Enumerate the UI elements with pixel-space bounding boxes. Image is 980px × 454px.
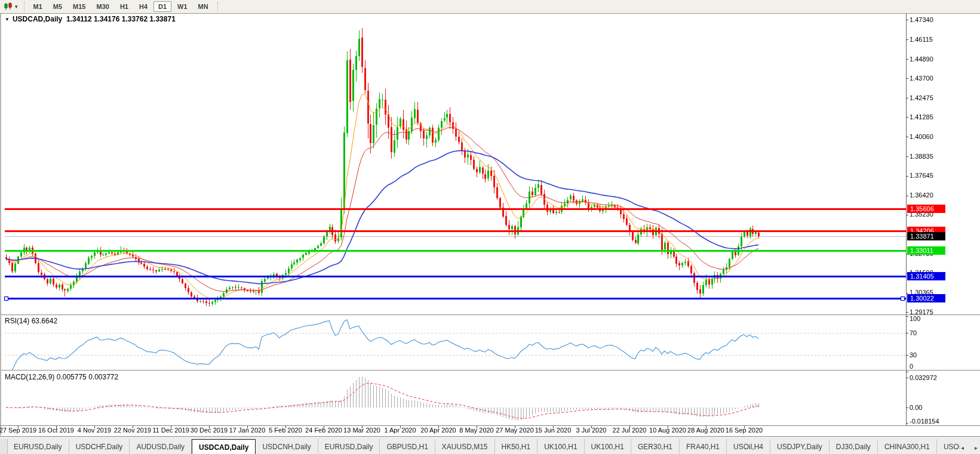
candlestick-chart-icon bbox=[4, 2, 13, 11]
chart-tab-eurusd-daily[interactable]: EURUSD,Daily bbox=[318, 439, 380, 454]
macd-name: MACD(12,26,9) bbox=[5, 373, 54, 381]
chart-tab-china300-h1[interactable]: CHINA300,H1 bbox=[878, 439, 937, 454]
price-chart-canvas[interactable] bbox=[0, 0, 980, 454]
chart-tab-usdcnh-daily[interactable]: USDCNH,Daily bbox=[256, 439, 318, 454]
chart-tabs: EURUSD,DailyUSDCHF,DailyAUDUSD,DailyUSDC… bbox=[7, 439, 960, 454]
timeframe-button-H4[interactable]: H4 bbox=[134, 1, 152, 12]
timeframe-toolbar: ▾ M1M5M15M30H1H4D1W1MN bbox=[0, 0, 980, 14]
chart-tab-eurusd-daily[interactable]: EURUSD,Daily bbox=[7, 439, 69, 454]
chevron-down-icon[interactable]: ▾ bbox=[15, 4, 18, 10]
toolbar-separator bbox=[24, 2, 24, 11]
collapse-triangle-icon[interactable]: ▼ bbox=[5, 17, 10, 22]
chart-tab-fra40-h1[interactable]: FRA40,H1 bbox=[680, 439, 727, 454]
chart-tab-gbpusd-h1[interactable]: GBPUSD,H1 bbox=[380, 439, 435, 454]
tab-scroll-right-icon[interactable]: ▸ bbox=[975, 444, 978, 451]
terminal-window: ▾ M1M5M15M30H1H4D1W1MN ▼USDCAD,Daily 1.3… bbox=[0, 0, 980, 454]
rsi-value: 63.6642 bbox=[32, 317, 57, 325]
toolbar-separator bbox=[217, 2, 218, 11]
timeframe-button-MN[interactable]: MN bbox=[193, 1, 213, 12]
tab-scroll-left-icon[interactable]: ◂ bbox=[961, 444, 964, 451]
chart-tab-usoil-h4[interactable]: USOil,H4 bbox=[727, 439, 770, 454]
rsi-name: RSI(14) bbox=[5, 317, 29, 325]
timeframe-button-H1[interactable]: H1 bbox=[115, 1, 133, 12]
chart-symbol-label: USDCAD,Daily bbox=[13, 15, 62, 23]
chart-tab-usdchf-daily[interactable]: USDCHF,Daily bbox=[69, 439, 130, 454]
chart-tab-usdjpy-daily[interactable]: USDJPY,Daily bbox=[770, 439, 830, 454]
tab-scroll-arrows: ◂ ▸ bbox=[960, 444, 979, 451]
chart-type-button[interactable]: ▾ bbox=[1, 1, 20, 12]
macd-main-value: 0.005775 bbox=[57, 373, 87, 381]
macd-indicator-label: MACD(12,26,9) 0.005775 0.003772 bbox=[5, 373, 118, 381]
timeframe-button-D1[interactable]: D1 bbox=[153, 1, 171, 12]
timeframe-buttons: M1M5M15M30H1H4D1W1MN bbox=[28, 1, 214, 12]
chart-tab-xauusd-m15[interactable]: XAUUSD,M15 bbox=[435, 439, 495, 454]
timeframe-button-M15[interactable]: M15 bbox=[68, 1, 90, 12]
timeframe-button-M1[interactable]: M1 bbox=[29, 1, 47, 12]
chart-tab-audusd-daily[interactable]: AUDUSD,Daily bbox=[130, 439, 192, 454]
chart-tab-uk100-h1[interactable]: UK100,H1 bbox=[585, 439, 631, 454]
chart-tab-ger30-h1[interactable]: GER30,H1 bbox=[631, 439, 680, 454]
chart-title: ▼USDCAD,Daily 1.34112 1.34176 1.33762 1.… bbox=[5, 15, 176, 23]
chart-tab-uk100-h1[interactable]: UK100,H1 bbox=[537, 439, 584, 454]
timeframe-button-W1[interactable]: W1 bbox=[173, 1, 192, 12]
chart-tab-usdcad-daily[interactable]: USDCAD,Daily bbox=[192, 439, 256, 454]
macd-signal-value: 0.003772 bbox=[88, 373, 118, 381]
timeframe-button-M5[interactable]: M5 bbox=[48, 1, 67, 12]
chart-tab-dj30-daily[interactable]: DJ30,Daily bbox=[830, 439, 878, 454]
timeframe-button-M30[interactable]: M30 bbox=[92, 1, 114, 12]
chart-tab-bar: EURUSD,DailyUSDCHF,DailyAUDUSD,DailyUSDC… bbox=[0, 436, 980, 454]
rsi-indicator-label: RSI(14) 63.6642 bbox=[5, 317, 57, 325]
chart-tab-hk50-h1[interactable]: HK50,H1 bbox=[495, 439, 538, 454]
chart-ohlc-values: 1.34112 1.34176 1.33762 1.33871 bbox=[66, 15, 176, 23]
chart-tab-usoil-h4[interactable]: USOil,H4 bbox=[937, 439, 960, 454]
